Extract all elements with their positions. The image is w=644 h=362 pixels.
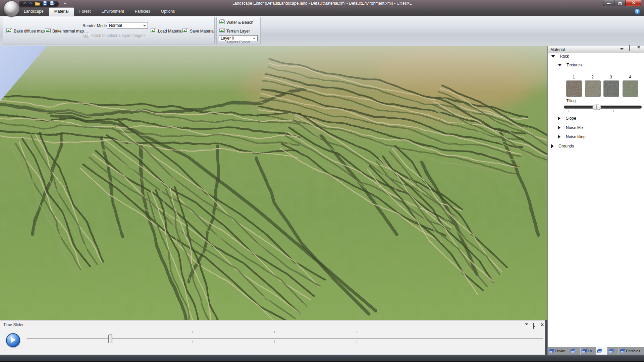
bake-diffuse-label: Bake diffuse map xyxy=(14,29,45,34)
restore-icon xyxy=(619,2,622,4)
window-controls xyxy=(603,0,641,6)
viewport-3d-terrain[interactable] xyxy=(0,46,547,320)
texture-number: 1 xyxy=(566,75,581,79)
render-mode-select[interactable]: Normal xyxy=(107,22,148,29)
tree-node-grounds[interactable]: Grounds xyxy=(551,144,574,148)
save-as-icon[interactable] xyxy=(50,1,55,7)
undo-icon[interactable]: ↶ xyxy=(23,2,26,6)
time-tick xyxy=(521,331,521,333)
time-tick xyxy=(439,341,439,343)
tree-node-textures[interactable]: Textures xyxy=(558,63,582,67)
tiling-slider[interactable] xyxy=(564,106,642,109)
tree-node-noise-mix[interactable]: Noise Mix xyxy=(558,125,584,130)
panel-menu-icon[interactable] xyxy=(525,323,528,325)
bake-diffuse-button[interactable]: Bake diffuse map xyxy=(6,28,45,34)
noise-tiling-label: Noise tiling xyxy=(566,134,586,139)
docked-panel-tabs: Enviro......La.........Particles... xyxy=(548,347,644,355)
docked-tab-5[interactable]: Particles... xyxy=(619,347,644,355)
restore-button[interactable] xyxy=(614,0,626,6)
terrain-layer-button[interactable]: Terrain Layer xyxy=(219,28,250,34)
load-material-button[interactable]: Load Material xyxy=(151,28,182,34)
save-icon[interactable] xyxy=(43,1,47,7)
image-icon xyxy=(84,33,89,39)
tab-options[interactable]: Options xyxy=(156,7,180,16)
layer-image-placeholder: <click to select a layer image> xyxy=(91,33,145,38)
material-panel-header: Material xyxy=(548,46,644,53)
slope-label: Slope xyxy=(566,116,576,121)
tab-material[interactable]: Material xyxy=(49,8,74,16)
material-panel: Material Rock Textures 1234 Tiling Slope xyxy=(547,46,644,355)
layers-export-caption: Layers Export xyxy=(217,40,260,44)
time-slider-panel: Time Slider xyxy=(0,320,545,355)
docked-tab-4[interactable]: ... xyxy=(607,347,619,355)
tab-forest[interactable]: Forest xyxy=(74,7,96,16)
tree-node-noise-tiling[interactable]: Noise tiling xyxy=(558,134,586,139)
time-tick xyxy=(192,331,193,333)
time-tick xyxy=(274,331,275,333)
save-material-button[interactable]: Save Material xyxy=(182,28,214,34)
time-tick xyxy=(28,331,28,333)
expand-icon[interactable] xyxy=(558,126,560,130)
minimize-button[interactable] xyxy=(603,0,614,6)
time-tick xyxy=(439,331,439,333)
material-tools-group: Bake diffuse map Bake normal map Render … xyxy=(3,17,215,45)
image-icon xyxy=(219,19,225,25)
tab-environment[interactable]: Environment xyxy=(96,7,129,16)
time-slider-track[interactable] xyxy=(27,338,543,339)
terrain-render xyxy=(0,46,547,320)
docked-tab-0[interactable]: Enviro... xyxy=(548,347,569,355)
pin-icon[interactable] xyxy=(533,323,534,329)
time-slider-title: Time Slider xyxy=(3,322,23,327)
water-beach-label: Water & Beach xyxy=(226,20,253,25)
textures-label: Textures xyxy=(567,63,582,67)
texture-thumbnail-2[interactable] xyxy=(585,80,601,97)
quick-access-dropdown-icon[interactable] xyxy=(64,3,66,4)
collapse-icon[interactable] xyxy=(558,64,562,66)
docked-tab-3[interactable]: ... xyxy=(596,347,607,355)
time-tick xyxy=(357,341,357,343)
layer-image-picker[interactable]: <click to select a layer image> xyxy=(84,33,145,39)
bake-normal-button[interactable]: Bake normal map xyxy=(45,28,84,34)
play-button[interactable] xyxy=(6,333,20,347)
texture-thumbnail-4[interactable] xyxy=(623,80,638,97)
tree-node-slope[interactable]: Slope xyxy=(558,116,576,121)
texture-thumbnail-1[interactable] xyxy=(566,80,582,97)
tiling-slider-thumb[interactable] xyxy=(592,105,601,110)
time-tick xyxy=(274,341,275,343)
tab-particles[interactable]: Particles xyxy=(129,7,156,16)
docked-tab-1[interactable]: ... xyxy=(569,347,581,355)
docked-tab-label: ... xyxy=(576,349,579,353)
texture-number: 2 xyxy=(585,75,600,79)
close-button[interactable] xyxy=(625,0,641,6)
expand-icon[interactable] xyxy=(558,116,560,120)
tab-landscape[interactable]: Landscape xyxy=(18,7,49,16)
docked-tab-2[interactable]: La... xyxy=(581,347,596,355)
tree-node-rock[interactable]: Rock xyxy=(551,54,569,59)
render-mode-label: Render Mode xyxy=(83,23,107,28)
image-icon xyxy=(45,28,51,34)
docked-tab-label: Particles... xyxy=(626,349,643,353)
window-title: Landscape Editor (DefaultLandscape.land … xyxy=(0,1,644,6)
app-menu-orb-button[interactable] xyxy=(3,0,20,17)
expand-icon[interactable] xyxy=(551,144,554,148)
redo-icon[interactable]: ↷ xyxy=(29,2,33,6)
noise-mix-label: Noise Mix xyxy=(566,125,584,130)
time-slider-thumb[interactable] xyxy=(108,335,112,343)
docked-tab-label: La... xyxy=(588,349,595,353)
help-icon[interactable]: ? xyxy=(634,8,641,15)
expand-icon[interactable] xyxy=(558,135,560,139)
panel-menu-icon[interactable] xyxy=(620,48,624,50)
water-beach-button[interactable]: Water & Beach xyxy=(219,19,253,25)
ribbon-tabs: LandscapeMaterialForestEnvironmentPartic… xyxy=(18,7,180,16)
collapse-icon[interactable] xyxy=(551,55,555,58)
slider-tick xyxy=(613,110,614,112)
render-mode-value: Normal xyxy=(109,23,122,28)
open-folder-icon[interactable] xyxy=(35,1,40,7)
titlebar: Landscape Editor (DefaultLandscape.land … xyxy=(0,0,644,7)
image-icon xyxy=(151,28,156,34)
docked-tab-label: ... xyxy=(614,349,618,353)
image-icon xyxy=(219,28,225,34)
texture-thumbnail-3[interactable] xyxy=(603,80,619,97)
slider-tick xyxy=(637,110,637,112)
pin-icon[interactable] xyxy=(629,45,630,51)
